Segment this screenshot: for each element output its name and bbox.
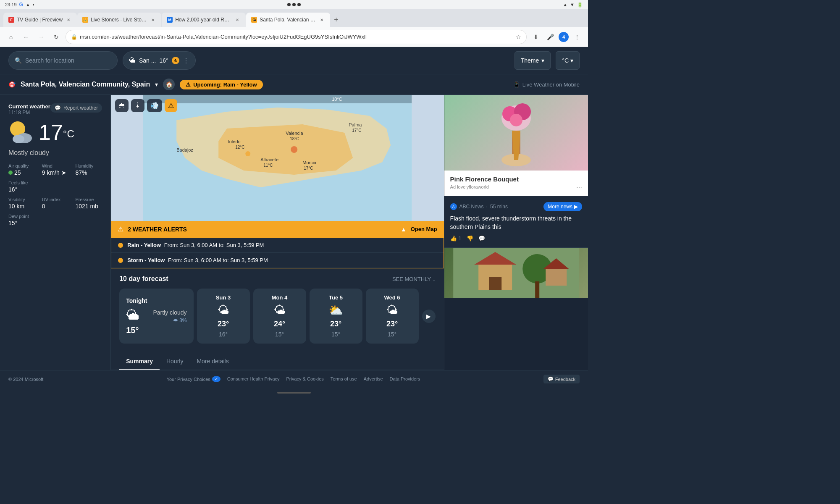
- open-map-button[interactable]: Open Map: [411, 226, 437, 232]
- tab-more-details[interactable]: More details: [190, 354, 235, 370]
- unit-button[interactable]: °C ▾: [556, 51, 580, 70]
- ad-label: Ad lovelyfloraworld: [450, 184, 489, 189]
- svg-text:Badajoz: Badajoz: [176, 147, 193, 152]
- tab-title-weather: Santa Pola, Valencian Com...: [260, 17, 316, 23]
- tonight-weather-icon: 🌥: [126, 307, 147, 323]
- svg-text:Valencia: Valencia: [286, 131, 303, 136]
- rain-map-button[interactable]: 🌧: [115, 99, 129, 112]
- feels-like-label: Feels like: [8, 180, 35, 185]
- alerts-section[interactable]: ⚠ 2 WEATHER ALERTS ▲ Open Map: [111, 221, 444, 237]
- weather-icon-large: [8, 120, 34, 145]
- tab-close-stoners[interactable]: ✕: [150, 16, 156, 23]
- news-like-button[interactable]: 👍 1: [450, 235, 462, 242]
- back-button[interactable]: ←: [20, 31, 32, 43]
- advertise-link[interactable]: Advertise: [364, 376, 383, 382]
- news-actions: 👍 1 👎 💬: [450, 235, 582, 242]
- more-news-arrow-icon: ▶: [574, 204, 578, 210]
- ad-content: Pink Florence Bouquet Ad lovelyfloraworl…: [444, 171, 588, 196]
- news-dislike-button[interactable]: 👎: [467, 235, 473, 242]
- news-comment-button[interactable]: 💬: [478, 235, 485, 242]
- svg-text:18°C: 18°C: [290, 136, 299, 141]
- monthly-arrow-icon: ↓: [433, 276, 436, 282]
- forecast-next-button[interactable]: ▶: [422, 310, 436, 323]
- svg-text:17°C: 17°C: [352, 128, 361, 133]
- download-icon[interactable]: ⬇: [530, 31, 542, 43]
- svg-rect-34: [546, 269, 567, 286]
- report-weather-button[interactable]: 💬 Report weather: [50, 103, 102, 113]
- bookmark-icon[interactable]: ☆: [516, 34, 521, 40]
- ad-title: Pink Florence Bouquet: [450, 176, 582, 183]
- tab-close-roman[interactable]: ✕: [234, 16, 241, 23]
- browser-chrome: 23:19 G ▲ • ▲ ▼ 🔋 F TV Guide | Freeview …: [0, 0, 588, 47]
- location-pill[interactable]: 🌥 San ... 16° ⚠ ⋮: [123, 51, 196, 70]
- home-button[interactable]: ⌂: [5, 31, 17, 43]
- menu-icon[interactable]: ⋮: [571, 31, 583, 43]
- alert-map-button[interactable]: ⚠: [165, 99, 177, 112]
- tonight-right: Partly cloudy 🌧 3%: [153, 309, 186, 323]
- main-content: Current weather 11:18 PM 💬 Report weathe…: [0, 95, 588, 370]
- notification-dot: •: [33, 2, 34, 7]
- alerts-warning-icon: ⚠: [118, 225, 123, 233]
- feedback-label: Feedback: [555, 377, 575, 382]
- temp-map-button[interactable]: 🌡: [131, 99, 144, 112]
- tab-title-roman: How 2,000-year-old Roma...: [175, 17, 231, 23]
- microphone-icon[interactable]: 🎤: [544, 31, 556, 43]
- new-tab-button[interactable]: +: [331, 13, 342, 27]
- svg-text:Toledo: Toledo: [227, 139, 240, 144]
- scroll-indicator-bar: [0, 388, 588, 398]
- url-bar[interactable]: 🔒 msn.com/en-us/weather/forecast/in-Sant…: [66, 30, 527, 44]
- tab-summary[interactable]: Summary: [119, 354, 160, 370]
- air-quality-label: Air quality: [8, 163, 35, 168]
- see-monthly-button[interactable]: SEE MONTHLY ↓: [392, 276, 436, 282]
- theme-button[interactable]: Theme ▾: [514, 51, 551, 70]
- location-chevron-icon[interactable]: ▾: [155, 81, 158, 88]
- signal-icon: ▲: [563, 2, 567, 7]
- current-weather-header: Current weather 11:18 PM 💬 Report weathe…: [8, 103, 102, 116]
- feedback-button[interactable]: 💬 Feedback: [543, 375, 580, 383]
- tab-close-tv[interactable]: ✕: [65, 16, 72, 23]
- profile-badge[interactable]: 4: [559, 32, 569, 42]
- tab-live-stoners[interactable]: 👑 Live Stoners - Live Stoner C... ✕: [77, 13, 161, 27]
- news-time: ·: [486, 204, 488, 210]
- svg-text:10°C: 10°C: [332, 97, 342, 102]
- tonight-temp: 15°: [126, 326, 147, 335]
- wifi-icon: ▼: [570, 2, 575, 7]
- dot3: [297, 3, 301, 6]
- forecast-high-wed6: 23°: [386, 320, 398, 328]
- mobile-link[interactable]: 📱 Live Weather on Mobile: [513, 81, 580, 88]
- visibility-label: Visibility: [8, 197, 35, 202]
- reload-button[interactable]: ↻: [50, 31, 62, 43]
- search-icon: 🔍: [15, 57, 22, 64]
- search-box[interactable]: 🔍: [8, 51, 118, 70]
- stat-uv: UV index 0: [42, 197, 69, 210]
- forecast-icon-wed6: 🌤: [386, 303, 398, 317]
- dot2: [292, 3, 296, 6]
- svg-point-17: [291, 146, 297, 153]
- stat-feels-like: Feels like 16°: [8, 180, 35, 193]
- tab-santa-pola[interactable]: 🌤 Santa Pola, Valencian Com... ✕: [246, 13, 330, 27]
- tab-tv-guide[interactable]: F TV Guide | Freeview ✕: [3, 13, 77, 27]
- svg-text:Palma: Palma: [349, 122, 362, 127]
- forward-button[interactable]: →: [35, 31, 47, 43]
- location-pill-menu-icon[interactable]: ⋮: [183, 57, 189, 65]
- consumer-health-link[interactable]: Consumer Health Privacy: [227, 376, 280, 382]
- ad-card: Pink Florence Bouquet Ad lovelyfloraworl…: [444, 95, 588, 196]
- dot1: [287, 3, 291, 6]
- tab-hourly[interactable]: Hourly: [160, 354, 190, 370]
- more-news-button[interactable]: More news ▶: [543, 202, 582, 211]
- svg-point-18: [245, 151, 250, 156]
- tab-close-weather[interactable]: ✕: [318, 16, 325, 23]
- search-input[interactable]: [25, 57, 111, 64]
- tab-roman[interactable]: M How 2,000-year-old Roma... ✕: [162, 13, 246, 27]
- wind-map-button[interactable]: 💨: [147, 99, 162, 112]
- privacy-choices-link[interactable]: Your Privacy Choices ✓: [167, 376, 220, 382]
- thumbs-down-icon: 👎: [467, 235, 473, 242]
- data-providers-link[interactable]: Data Providers: [390, 376, 420, 382]
- terms-link[interactable]: Terms of use: [331, 376, 357, 382]
- home-location-icon[interactable]: 🏠: [163, 79, 175, 90]
- forecast-section: 10 day forecast SEE MONTHLY ↓ Tonight 🌥 …: [111, 268, 444, 350]
- ad-menu-icon[interactable]: ⋯: [576, 184, 582, 191]
- location-name[interactable]: Santa Pola, Valencian Community, Spain: [21, 81, 150, 88]
- privacy-cookies-link[interactable]: Privacy & Cookies: [286, 376, 324, 382]
- weather-alert-badge[interactable]: ⚠ Upcoming: Rain - Yellow: [180, 80, 262, 89]
